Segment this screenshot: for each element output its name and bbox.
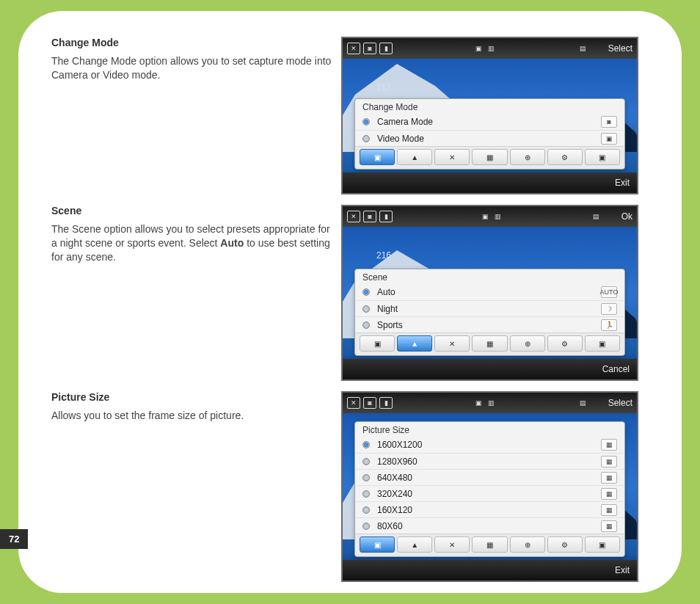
manual-row: Change ModeThe Change Mode option allows… <box>51 37 649 194</box>
menu-toolbar: ▣▲✕▦⊕⚙▣ <box>355 332 624 355</box>
menu-item-label: Video Mode <box>377 134 594 144</box>
softkey-bottom-right[interactable]: Cancel <box>602 364 630 374</box>
toolbar-button[interactable]: ▣ <box>585 335 620 352</box>
radio-icon <box>362 321 370 329</box>
toolbar-button[interactable]: ✕ <box>434 149 470 165</box>
menu-item-label: Auto <box>377 287 594 297</box>
text-column: SceneThe Scene option allows you to sele… <box>51 205 341 264</box>
toolbar-button[interactable]: ▦ <box>472 335 507 352</box>
toolbar-button[interactable]: ▲ <box>397 149 432 165</box>
status-icon: ◙ <box>363 211 376 222</box>
menu-item[interactable]: 1280X960▦ <box>355 453 624 469</box>
menu-item-icon: ▦ <box>601 520 617 532</box>
text-column: Change ModeThe Change Mode option allows… <box>51 37 341 82</box>
menu-item-label: 1280X960 <box>377 456 594 467</box>
section-heading: Change Mode <box>51 37 334 48</box>
toolbar-button[interactable]: ⊕ <box>510 149 545 165</box>
toolbar-button[interactable]: ▣ <box>360 149 395 165</box>
status-icon: ▤ <box>591 211 601 222</box>
status-bar: ✕◙▮▣▥▤Select <box>343 38 637 59</box>
softkey-top-right[interactable]: Select <box>608 43 632 54</box>
toolbar-button[interactable]: ▲ <box>397 335 432 352</box>
menu-item[interactable]: 320X240▦ <box>355 485 624 501</box>
menu-item-icon: ☽ <box>601 303 617 315</box>
radio-icon <box>362 135 370 142</box>
menu-item-icon: 🏃 <box>601 319 617 331</box>
status-icon: ▣ <box>474 397 484 409</box>
section-heading: Picture Size <box>51 391 334 403</box>
toolbar-button[interactable]: ⚙ <box>547 335 583 352</box>
device-screenshot: ✕◙▮▣▥▤Select217Change ModeCamera Mode◙Vi… <box>341 37 638 194</box>
toolbar-button[interactable]: ⊕ <box>510 536 545 553</box>
menu-item-label: 80X60 <box>377 521 594 531</box>
menu-item[interactable]: 640X480▦ <box>355 469 624 485</box>
screenshot-column: ✕◙▮▣▥▤Select217Change ModeCamera Mode◙Vi… <box>341 37 638 194</box>
section-body: Allows you to set the frame size of pict… <box>51 409 334 423</box>
status-icon: ✕ <box>347 397 360 409</box>
softkey-bar: Exit <box>343 560 637 581</box>
softkey-top-right[interactable]: Ok <box>621 211 632 222</box>
radio-icon <box>362 305 370 313</box>
toolbar-button[interactable]: ⊕ <box>510 335 545 352</box>
menu-item-icon: ▣ <box>601 133 617 145</box>
status-icon: ✕ <box>347 43 360 54</box>
menu-item-label: Night <box>377 304 594 314</box>
screenshot-body: Picture Size1600X1200▦1280X960▦640X480▦3… <box>343 413 637 560</box>
radio-icon <box>362 474 370 481</box>
toolbar-button[interactable]: ✕ <box>434 335 470 352</box>
toolbar-button[interactable]: ▣ <box>360 335 395 352</box>
menu-item[interactable]: Video Mode▣ <box>355 130 624 146</box>
menu-item-icon: ◙ <box>601 116 617 128</box>
menu-item[interactable]: 1600X1200▦ <box>355 437 624 453</box>
softkey-bottom-right[interactable]: Exit <box>615 565 630 575</box>
bold-term: Auto <box>220 237 244 249</box>
screenshot-column: ✕◙▮▣▥▤Ok216SceneAutoAUTONight☽Sports🏃▣▲✕… <box>341 205 638 381</box>
section-body: The Scene option allows you to select pr… <box>51 222 334 264</box>
radio-icon <box>362 523 370 530</box>
toolbar-button[interactable]: ▦ <box>472 149 507 165</box>
screenshot-column: ✕◙▮▣▥▤SelectPicture Size1600X1200▦1280X9… <box>341 391 638 582</box>
toolbar-button[interactable]: ⚙ <box>547 149 583 165</box>
menu-toolbar: ▣▲✕▦⊕⚙▣ <box>355 534 624 556</box>
softkey-bottom-right[interactable]: Exit <box>615 178 630 188</box>
status-bar: ✕◙▮▣▥▤Ok <box>343 206 637 227</box>
menu-item[interactable]: AutoAUTO <box>355 284 624 300</box>
softkey-top-right[interactable]: Select <box>608 398 632 408</box>
screenshot-body: 217Change ModeCamera Mode◙Video Mode▣▣▲✕… <box>343 59 637 172</box>
menu-item[interactable]: Sports🏃 <box>355 316 624 332</box>
menu-list: AutoAUTONight☽Sports🏃 <box>355 284 624 332</box>
toolbar-button[interactable]: ▦ <box>472 536 507 553</box>
menu-item-label: 1600X1200 <box>377 440 594 450</box>
toolbar-button[interactable]: ⚙ <box>547 536 583 553</box>
menu-item-label: Camera Mode <box>377 117 594 127</box>
menu-item[interactable]: Camera Mode◙ <box>355 114 624 130</box>
menu-item[interactable]: Night☽ <box>355 300 624 316</box>
device-screenshot: ✕◙▮▣▥▤SelectPicture Size1600X1200▦1280X9… <box>341 391 638 582</box>
toolbar-button[interactable]: ▣ <box>585 149 620 165</box>
device-screenshot: ✕◙▮▣▥▤Ok216SceneAutoAUTONight☽Sports🏃▣▲✕… <box>341 205 638 381</box>
menu-panel: SceneAutoAUTONight☽Sports🏃▣▲✕▦⊕⚙▣ <box>354 269 625 356</box>
toolbar-button[interactable]: ▣ <box>360 536 395 553</box>
content-area: Change ModeThe Change Mode option allows… <box>51 37 649 592</box>
softkey-bar: Cancel <box>343 359 637 379</box>
menu-item[interactable]: 160X120▦ <box>355 501 624 517</box>
status-icon: ▣ <box>481 211 490 222</box>
status-icon: ◙ <box>363 397 376 409</box>
menu-item-label: 160X120 <box>377 505 594 515</box>
toolbar-button[interactable]: ✕ <box>434 536 470 553</box>
menu-item-icon: ▦ <box>601 488 617 500</box>
menu-item[interactable]: 80X60▦ <box>355 517 624 534</box>
manual-page: Change ModeThe Change Mode option allows… <box>18 11 682 593</box>
menu-item-icon: ▦ <box>601 504 617 516</box>
menu-panel: Picture Size1600X1200▦1280X960▦640X480▦3… <box>354 421 625 557</box>
menu-title: Picture Size <box>355 422 624 437</box>
status-bar: ✕◙▮▣▥▤Select <box>343 393 637 413</box>
status-icon: ▣ <box>474 43 484 54</box>
toolbar-button[interactable]: ▣ <box>585 536 620 553</box>
status-icon: ▮ <box>379 43 393 54</box>
page-number: 72 <box>0 529 28 549</box>
status-icon: ✕ <box>347 211 360 222</box>
toolbar-button[interactable]: ▲ <box>397 536 432 553</box>
radio-icon <box>362 506 370 514</box>
menu-list: Camera Mode◙Video Mode▣ <box>355 114 624 146</box>
